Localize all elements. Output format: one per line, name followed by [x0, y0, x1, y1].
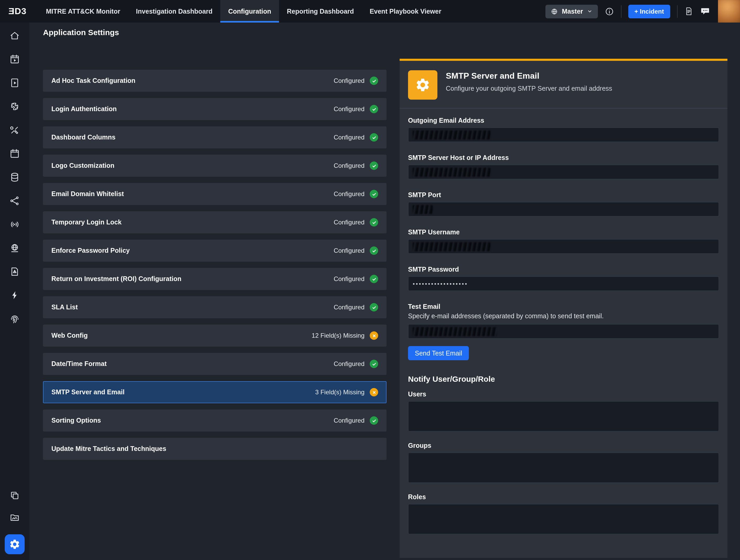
home-icon[interactable] [9, 30, 20, 41]
setting-item-temporary-login-lock[interactable]: Temporary Login LockConfigured [43, 211, 386, 234]
calendar-icon[interactable] [9, 149, 20, 159]
document-icon[interactable] [684, 7, 693, 16]
test-email-input[interactable] [408, 324, 719, 339]
roles-label: Roles [408, 493, 719, 501]
setting-label: Enforce Password Policy [52, 247, 130, 254]
setting-item-sla-list[interactable]: SLA ListConfigured [43, 296, 386, 318]
smtp-detail-panel: SMTP Server and Email Configure your out… [400, 59, 727, 558]
setting-status-group: Configured [334, 416, 378, 425]
setting-label: Return on Investment (ROI) Configuration [52, 275, 181, 283]
configured-check-icon [370, 360, 378, 368]
info-icon[interactable] [605, 7, 614, 16]
send-test-email-button[interactable]: Send Test Email [408, 346, 469, 360]
setting-item-logo-customization[interactable]: Logo CustomizationConfigured [43, 155, 386, 177]
setting-status-group: Configured [334, 105, 378, 113]
setting-item-ad-hoc-task-configuration[interactable]: Ad Hoc Task ConfigurationConfigured [43, 70, 386, 92]
groups-select-box[interactable] [408, 453, 719, 483]
database-icon[interactable] [9, 172, 20, 182]
setting-status-group: Configured [334, 190, 378, 198]
smtp-password-input[interactable]: •••••••••••••••••• [408, 276, 719, 291]
folder-media-icon[interactable] [9, 512, 20, 523]
field-label-smtp-password: SMTP Password [408, 266, 719, 273]
avatar[interactable] [718, 0, 740, 22]
nav-tab-event-playbook-viewer[interactable]: Event Playbook Viewer [362, 0, 449, 22]
configured-check-icon [370, 162, 378, 170]
configured-check-icon [370, 190, 378, 198]
users-select-box[interactable] [408, 401, 719, 432]
setting-item-smtp-server-and-email[interactable]: SMTP Server and Email3 Field(s) Missing [43, 381, 386, 403]
password-dots: •••••••••••••••••• [413, 281, 468, 287]
redacted-value [413, 205, 433, 214]
globe-line-icon[interactable] [9, 243, 20, 253]
video-file-icon[interactable] [9, 78, 20, 88]
smtp-port-input[interactable] [408, 202, 719, 216]
smtp-server-host-or-ip-address-input[interactable] [408, 165, 719, 179]
configured-check-icon [370, 105, 378, 113]
setting-label: Date/Time Format [52, 360, 107, 368]
sidebar-bottom-icons [5, 490, 25, 560]
navbar-divider [677, 5, 677, 18]
broadcast-icon[interactable] [9, 219, 20, 230]
field-label-smtp-port: SMTP Port [408, 191, 719, 199]
setting-item-return-on-investment-roi-configuration[interactable]: Return on Investment (ROI) Configuration… [43, 268, 386, 290]
bolt-icon[interactable] [9, 290, 20, 300]
configured-check-icon [370, 247, 378, 255]
setting-label: Temporary Login Lock [52, 219, 122, 226]
setting-item-email-domain-whitelist[interactable]: Email Domain WhitelistConfigured [43, 183, 386, 205]
chat-icon[interactable] [700, 6, 710, 16]
roles-select-box[interactable] [408, 504, 719, 534]
tools-icon[interactable] [9, 125, 20, 135]
new-incident-button[interactable]: + Incident [628, 4, 670, 18]
setting-status-text: Configured [334, 360, 365, 368]
notify-heading: Notify User/Group/Role [408, 374, 719, 383]
copy-icon[interactable] [9, 490, 20, 501]
users-label: Users [408, 391, 719, 398]
setting-item-login-authentication[interactable]: Login AuthenticationConfigured [43, 98, 386, 120]
configured-check-icon [370, 416, 378, 425]
settings-gear-icon[interactable] [5, 534, 25, 554]
setting-status-group: Configured [334, 360, 378, 368]
setting-item-enforce-password-policy[interactable]: Enforce Password PolicyConfigured [43, 240, 386, 262]
setting-status-group: 3 Field(s) Missing [315, 388, 378, 396]
setting-item-sorting-options[interactable]: Sorting OptionsConfigured [43, 409, 386, 432]
smtp-username-input[interactable] [408, 239, 719, 254]
settings-list: Ad Hoc Task ConfigurationConfiguredLogin… [43, 70, 386, 460]
setting-status-text: Configured [334, 417, 365, 424]
application-window: ƎD3 MITRE ATT&CK MonitorInvestigation Da… [0, 0, 740, 560]
page-title: Application Settings [43, 28, 119, 37]
setting-status-text: Configured [334, 190, 365, 198]
setting-status-text: Configured [334, 134, 365, 141]
setting-status-text: Configured [334, 219, 365, 226]
calendar-play-icon[interactable] [9, 54, 20, 65]
puzzle-icon[interactable] [9, 101, 20, 112]
app-logo[interactable]: ƎD3 [0, 0, 38, 22]
setting-label: SMTP Server and Email [52, 388, 124, 396]
setting-label: SLA List [52, 304, 78, 311]
setting-status-text: Configured [334, 275, 365, 283]
tenant-selector-label: Master [562, 8, 583, 15]
outgoing-email-address-input[interactable] [408, 127, 719, 142]
detail-header-text: SMTP Server and Email Configure your out… [446, 70, 612, 100]
fingerprint-icon[interactable] [9, 313, 20, 324]
navbar-actions: Master + Incident [546, 0, 740, 22]
nav-tab-investigation-dashboard[interactable]: Investigation Dashboard [128, 0, 220, 22]
doc-alert-icon[interactable] [9, 266, 20, 277]
setting-status-text: 12 Field(s) Missing [312, 332, 365, 339]
setting-item-update-mitre-tactics-and-techniques[interactable]: Update Mitre Tactics and Techniques [43, 438, 386, 460]
nav-tab-mitre-att-ck-monitor[interactable]: MITRE ATT&CK Monitor [38, 0, 128, 22]
main-content: Application Settings Ad Hoc Task Configu… [29, 22, 740, 560]
network-icon[interactable] [9, 196, 20, 206]
field-label-outgoing-email-address: Outgoing Email Address [408, 117, 719, 124]
content-columns: Ad Hoc Task ConfigurationConfiguredLogin… [43, 59, 727, 560]
setting-item-web-config[interactable]: Web Config12 Field(s) Missing [43, 324, 386, 347]
setting-label: Email Domain Whitelist [52, 190, 124, 198]
setting-item-dashboard-columns[interactable]: Dashboard ColumnsConfigured [43, 126, 386, 149]
fields-missing-x-icon [370, 332, 378, 340]
setting-label: Dashboard Columns [52, 134, 116, 141]
nav-tab-configuration[interactable]: Configuration [220, 0, 279, 22]
nav-tab-reporting-dashboard[interactable]: Reporting Dashboard [279, 0, 362, 22]
configured-check-icon [370, 133, 378, 142]
setting-status-text: Configured [334, 77, 365, 84]
setting-item-date-time-format[interactable]: Date/Time FormatConfigured [43, 353, 386, 375]
tenant-selector[interactable]: Master [546, 4, 598, 18]
